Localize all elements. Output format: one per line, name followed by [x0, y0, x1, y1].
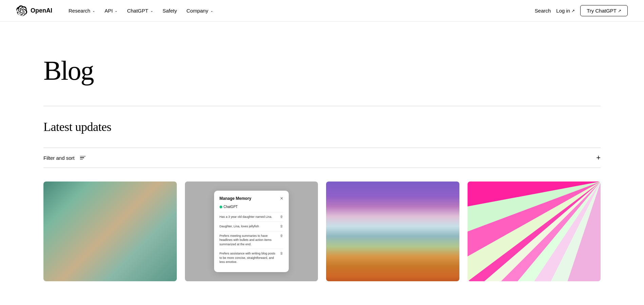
card-image-3 — [326, 182, 459, 281]
main-nav: OpenAI Research ⌄ API ⌄ ChatGPT ⌄ Safety… — [0, 0, 644, 22]
card-img-rays — [468, 182, 601, 281]
research-chevron-icon: ⌄ — [92, 9, 95, 13]
latest-updates-section: Latest updates Filter and sort + — [16, 106, 628, 168]
manage-memory-dialog: Manage Memory ✕ ChatGPT Has a 3 year old… — [214, 191, 289, 272]
openai-logo-icon — [16, 5, 27, 16]
chatgpt-chevron-icon: ⌄ — [150, 9, 153, 13]
blog-cards-grid: Manage Memory ✕ ChatGPT Has a 3 year old… — [16, 182, 628, 281]
dialog-close-icon: ✕ — [280, 196, 283, 201]
dialog-item-3: Prefers meeting summaries to have headli… — [220, 231, 283, 249]
dialog-item-text-4: Prefers assistance with writing blog pos… — [220, 251, 277, 264]
nav-company[interactable]: Company ⌄ — [182, 5, 217, 16]
nav-chatgpt[interactable]: ChatGPT ⌄ — [123, 5, 157, 16]
card-image-1 — [43, 182, 177, 281]
blog-page-title: Blog — [43, 56, 601, 85]
login-arrow-icon: ↗ — [571, 8, 575, 13]
dialog-badge-label: ChatGPT — [224, 205, 238, 209]
try-chatgpt-arrow-icon: ↗ — [618, 8, 621, 13]
rays-svg — [468, 182, 601, 281]
try-chatgpt-button[interactable]: Try ChatGPT ↗ — [580, 5, 628, 16]
search-link[interactable]: Search — [535, 8, 551, 14]
card-img-manage-memory: Manage Memory ✕ ChatGPT Has a 3 year old… — [185, 182, 318, 281]
dialog-item-2: Daughter, Lina, loves jellyfish 🗑 — [220, 222, 283, 231]
dialog-item-delete-icon-4: 🗑 — [280, 251, 283, 255]
dialog-item-text-2: Daughter, Lina, loves jellyfish — [220, 224, 277, 229]
dialog-item-text-3: Prefers meeting summaries to have headli… — [220, 234, 277, 247]
dialog-title: Manage Memory — [220, 196, 251, 201]
blog-card-1[interactable] — [43, 182, 177, 281]
nav-left: OpenAI Research ⌄ API ⌄ ChatGPT ⌄ Safety… — [16, 5, 217, 16]
card-image-4 — [468, 182, 601, 281]
logo-link[interactable]: OpenAI — [16, 5, 52, 16]
badge-dot-icon — [220, 206, 222, 208]
nav-research[interactable]: Research ⌄ — [64, 5, 99, 16]
dialog-item-delete-icon-3: 🗑 — [280, 234, 283, 237]
nav-safety[interactable]: Safety — [158, 5, 181, 16]
blog-card-4[interactable] — [468, 182, 601, 281]
filter-sort-label-area: Filter and sort — [43, 155, 86, 161]
blog-card-3[interactable] — [326, 182, 459, 281]
dialog-item-1: Has a 3 year old daughter named Lina. 🗑 — [220, 212, 283, 222]
login-link[interactable]: Log in ↗ — [556, 8, 575, 14]
nav-api[interactable]: API ⌄ — [100, 5, 121, 16]
dialog-badge: ChatGPT — [220, 205, 283, 209]
card-img-teal-abstract — [43, 182, 177, 281]
latest-updates-title: Latest updates — [43, 120, 601, 134]
dialog-title-row: Manage Memory ✕ — [220, 196, 283, 201]
filter-sort-label: Filter and sort — [43, 155, 75, 161]
filter-icon — [80, 156, 86, 160]
nav-links: Research ⌄ API ⌄ ChatGPT ⌄ Safety Compan… — [64, 5, 217, 16]
card-image-2: Manage Memory ✕ ChatGPT Has a 3 year old… — [185, 182, 318, 281]
api-chevron-icon: ⌄ — [115, 9, 117, 13]
filter-sort-bar[interactable]: Filter and sort + — [43, 148, 601, 168]
card-img-landscape — [326, 182, 459, 281]
company-chevron-icon: ⌄ — [210, 9, 213, 13]
logo-text: OpenAI — [31, 7, 52, 14]
expand-icon: + — [596, 153, 601, 162]
dialog-item-delete-icon-2: 🗑 — [280, 224, 283, 228]
dialog-item-text-1: Has a 3 year old daughter named Lina. — [220, 215, 277, 219]
main-content: Blog Latest updates Filter and sort + — [0, 22, 644, 281]
blog-card-2[interactable]: Manage Memory ✕ ChatGPT Has a 3 year old… — [185, 182, 318, 281]
dialog-item-4: Prefers assistance with writing blog pos… — [220, 249, 283, 267]
dialog-item-delete-icon-1: 🗑 — [280, 215, 283, 218]
nav-right: Search Log in ↗ Try ChatGPT ↗ — [535, 5, 628, 16]
blog-hero: Blog — [16, 22, 628, 106]
